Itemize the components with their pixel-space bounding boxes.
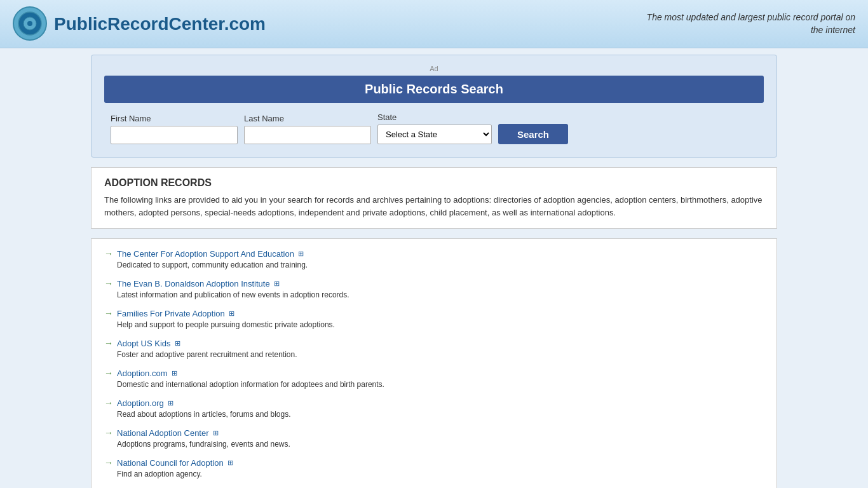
logo-area: PublicRecordCenter.com [13,6,266,41]
state-group: State Select a StateAlabamaAlaskaArizona… [377,112,492,144]
arrow-icon: → [104,308,113,318]
adoption-records-heading: ADOPTION RECORDS [104,177,764,189]
last-name-input[interactable] [244,126,371,144]
links-section: →The Center For Adoption Support And Edu… [91,238,777,488]
adoption-records-description: The following links are provided to aid … [104,194,764,219]
link-title[interactable]: National Council for Adoption [117,458,224,468]
list-item: →National Adoption Center ⊞Adoptions pro… [104,428,764,449]
arrow-icon: → [104,398,113,408]
list-item: →National Council for Adoption ⊞Find an … [104,458,764,478]
link-description: Adoptions programs, fundraising, events … [117,440,764,449]
link-title[interactable]: National Adoption Center [117,428,209,438]
first-name-group: First Name [111,114,238,144]
external-link-icon: ⊞ [213,429,219,437]
link-description: Foster and adoptive parent recruitment a… [117,350,764,359]
state-label: State [377,112,492,122]
arrow-icon: → [104,458,113,468]
search-form: First Name Last Name State Select a Stat… [104,112,764,144]
list-item: →Adoption.com ⊞Domestic and internationa… [104,368,764,389]
arrow-icon: → [104,338,113,348]
external-link-icon: ⊞ [172,369,177,377]
arrow-icon: → [104,368,113,378]
first-name-input[interactable] [111,126,238,144]
external-link-icon: ⊞ [229,309,234,318]
link-description: Help and support to people pursuing dome… [117,320,764,329]
link-title[interactable]: The Evan B. Donaldson Adoption Institute [117,279,270,288]
link-description: Find an adoption agency. [117,470,764,478]
header: PublicRecordCenter.com The most updated … [0,0,868,48]
external-link-icon: ⊞ [227,459,233,467]
list-item: →The Center For Adoption Support And Edu… [104,248,764,269]
ad-label: Ad [104,65,764,72]
first-name-label: First Name [111,114,238,123]
link-description: Domestic and international adoption info… [117,380,764,389]
list-item: →The Evan B. Donaldson Adoption Institut… [104,278,764,299]
link-title[interactable]: The Center For Adoption Support And Educ… [117,249,294,259]
external-link-icon: ⊞ [175,339,180,348]
links-list: →The Center For Adoption Support And Edu… [104,248,764,488]
state-select[interactable]: Select a StateAlabamaAlaskaArizonaArkans… [377,125,492,144]
search-widget: Ad Public Records Search First Name Last… [91,55,777,158]
list-item: →Adopt US Kids ⊞Foster and adoptive pare… [104,338,764,359]
link-title[interactable]: Families For Private Adoption [117,309,225,318]
logo-icon [13,6,48,41]
search-button[interactable]: Search [498,124,568,144]
site-title: PublicRecordCenter.com [54,14,266,34]
link-description: Read about adoptions in articles, forums… [117,410,764,419]
svg-point-3 [27,21,32,26]
main-wrapper: Ad Public Records Search First Name Last… [85,55,783,488]
list-item: →Adoption.org ⊞Read about adoptions in a… [104,398,764,419]
external-link-icon: ⊞ [168,399,173,407]
adoption-records-section: ADOPTION RECORDS The following links are… [91,167,777,229]
arrow-icon: → [104,428,113,438]
external-link-icon: ⊞ [274,280,280,288]
arrow-icon: → [104,278,113,288]
external-link-icon: ⊞ [298,250,304,258]
tagline: The most updated and largest public reco… [647,11,855,36]
link-title[interactable]: Adoption.org [117,398,164,408]
last-name-group: Last Name [244,114,371,144]
link-description: Latest information and publication of ne… [117,290,764,299]
arrow-icon: → [104,248,113,259]
last-name-label: Last Name [244,114,371,123]
link-description: Dedicated to support, community educatio… [117,261,764,269]
list-item: →Families For Private Adoption ⊞Help and… [104,308,764,329]
search-box-title: Public Records Search [104,76,764,103]
link-title[interactable]: Adopt US Kids [117,339,171,348]
link-title[interactable]: Adoption.com [117,369,168,378]
